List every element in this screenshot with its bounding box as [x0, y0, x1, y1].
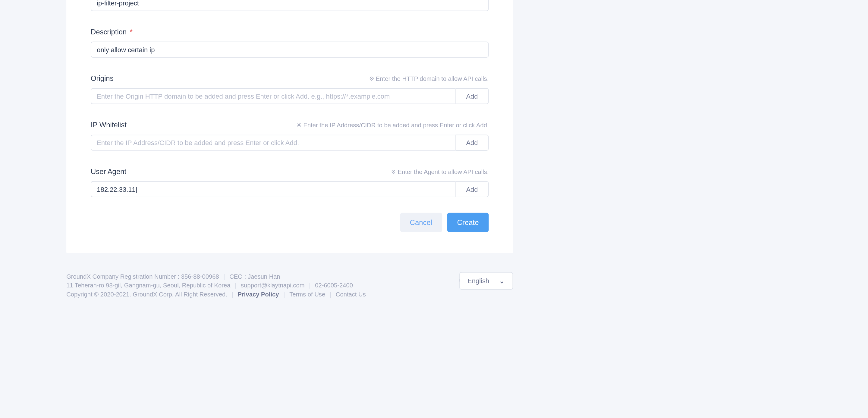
- footer-registration: GroundX Company Registration Number : 35…: [66, 273, 219, 280]
- agent-hint: ※ Enter the Agent to allow API calls.: [391, 168, 489, 176]
- field-name: Name * ※ Alphanumeric characters and hyp…: [91, 0, 489, 11]
- description-input[interactable]: [91, 41, 489, 58]
- create-project-card: Create Project Name * ※ Alphanumeric cha…: [66, 0, 513, 253]
- chevron-down-icon: ⌄: [499, 277, 504, 285]
- agent-input[interactable]: [91, 181, 456, 197]
- main: › My Page › Project › Create Project Net…: [0, 0, 670, 323]
- whitelist-label: IP Whitelist: [91, 121, 127, 129]
- create-button[interactable]: Create: [447, 213, 489, 232]
- agent-add-button[interactable]: Add: [456, 181, 489, 197]
- whitelist-input[interactable]: [91, 135, 456, 150]
- footer-email[interactable]: support@klaytnapi.com: [241, 282, 304, 289]
- footer-contact-link[interactable]: Contact Us: [336, 291, 366, 297]
- origins-label: Origins: [91, 74, 114, 83]
- description-label: Description *: [91, 28, 133, 36]
- origins-add-button[interactable]: Add: [456, 88, 489, 104]
- name-input[interactable]: [91, 0, 489, 11]
- agent-label: User Agent: [91, 168, 126, 176]
- footer-terms-link[interactable]: Terms of Use: [289, 291, 325, 297]
- field-user-agent: User Agent ※ Enter the Agent to allow AP…: [91, 168, 489, 197]
- footer-ceo: CEO : Jaesun Han: [229, 273, 280, 280]
- language-value: English: [467, 277, 489, 285]
- origins-input[interactable]: [91, 88, 456, 104]
- cancel-button[interactable]: Cancel: [400, 213, 442, 232]
- footer-copyright: Copyright © 2020-2021. GroundX Corp. All…: [66, 291, 227, 297]
- footer-privacy-link[interactable]: Privacy Policy: [238, 291, 279, 297]
- whitelist-hint: ※ Enter the IP Address/CIDR to be added …: [297, 122, 489, 129]
- footer: GroundX Company Registration Number : 35…: [66, 253, 513, 311]
- footer-phone: 02-6005-2400: [315, 282, 353, 289]
- field-origins: Origins ※ Enter the HTTP domain to allow…: [91, 74, 489, 104]
- language-select[interactable]: English ⌄: [459, 272, 513, 290]
- footer-address: 11 Teheran-ro 98-gil, Gangnam-gu, Seoul,…: [66, 282, 230, 289]
- whitelist-add-button[interactable]: Add: [456, 135, 489, 150]
- field-ip-whitelist: IP Whitelist ※ Enter the IP Address/CIDR…: [91, 121, 489, 150]
- origins-hint: ※ Enter the HTTP domain to allow API cal…: [369, 76, 489, 83]
- field-description: Description *: [91, 28, 489, 58]
